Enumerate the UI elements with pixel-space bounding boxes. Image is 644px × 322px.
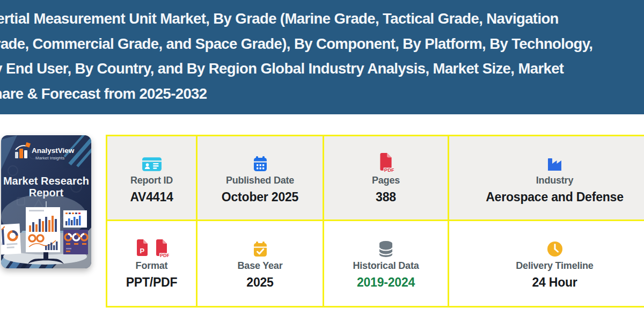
cell-label: Report ID <box>130 175 173 186</box>
pdf-file-icon: PDF <box>378 152 394 172</box>
cell-industry: Industry Aerospace and Defense <box>449 136 644 219</box>
ppt-pdf-files-icon: P PDF <box>135 237 169 258</box>
cell-value: Aerospace and Defense <box>486 190 624 204</box>
cell-base-year: Base Year 2025 <box>197 221 323 306</box>
cell-historical-data: Historical Data 2019-2024 <box>324 221 448 306</box>
page-title-line-3: By End User, By Country, and By Region G… <box>0 56 644 82</box>
cell-pages: PDF Pages 388 <box>324 136 448 219</box>
center-chart-paper <box>26 207 60 252</box>
page-title: Inertial Measurement Unit Market, By Gra… <box>0 6 644 106</box>
cell-value: AV4414 <box>130 190 173 204</box>
cell-value: October 2025 <box>222 190 298 204</box>
cell-value: 24 Hour <box>532 275 577 290</box>
cell-delivery-timeline: Delivery Timeline 24 Hour <box>449 221 644 306</box>
monitor-illustration <box>1 194 88 265</box>
cell-label: Pages <box>372 175 400 186</box>
svg-text:P: P <box>140 247 144 255</box>
cell-label: Industry <box>536 175 573 186</box>
clock-icon <box>546 237 564 258</box>
cell-published-date: Published Date October 2025 <box>197 136 323 219</box>
svg-text:PDF: PDF <box>160 253 169 258</box>
calendar-check-icon <box>252 237 269 258</box>
cell-value: PPT/PDF <box>126 275 178 290</box>
factory-icon <box>546 152 564 172</box>
cell-label: Format <box>136 260 168 272</box>
page-title-line-4: Share & Forecast from 2025-2032 <box>0 82 644 107</box>
right-chart-card <box>63 210 87 228</box>
id-card-icon <box>142 152 162 172</box>
svg-text:PDF: PDF <box>384 166 394 172</box>
left-chart-paper <box>1 224 21 255</box>
cell-label: Published Date <box>226 175 294 186</box>
cell-format: P PDF Format PPT/PDF <box>107 221 196 306</box>
page-title-line-1: Inertial Measurement Unit Market, By Gra… <box>0 6 644 32</box>
cell-value: 2025 <box>246 275 273 290</box>
database-icon <box>378 237 393 258</box>
cell-label: Base Year <box>238 260 283 272</box>
calendar-icon <box>252 152 269 172</box>
report-title-banner: Inertial Measurement Unit Market, By Gra… <box>0 0 644 114</box>
purple-dashboard-card <box>63 230 88 254</box>
brand-name: AnalystView <box>32 147 75 155</box>
cell-value: 388 <box>376 190 396 204</box>
cell-label: Historical Data <box>353 260 419 272</box>
cell-report-id: Report ID AV4414 <box>107 136 196 219</box>
cell-label: Delivery Timeline <box>516 260 593 272</box>
page-title-line-2: Grade, Commercial Grade, and Space Grade… <box>0 32 644 57</box>
report-cover-thumbnail: AnalystView Market Insights Market Resea… <box>1 135 91 268</box>
cell-value: 2019-2024 <box>357 275 415 290</box>
report-info-grid: Report ID AV4414 Published Date October … <box>106 135 644 308</box>
brand-tagline: Market Insights <box>35 156 64 160</box>
cover-title-line-1: Market Research <box>3 175 89 187</box>
